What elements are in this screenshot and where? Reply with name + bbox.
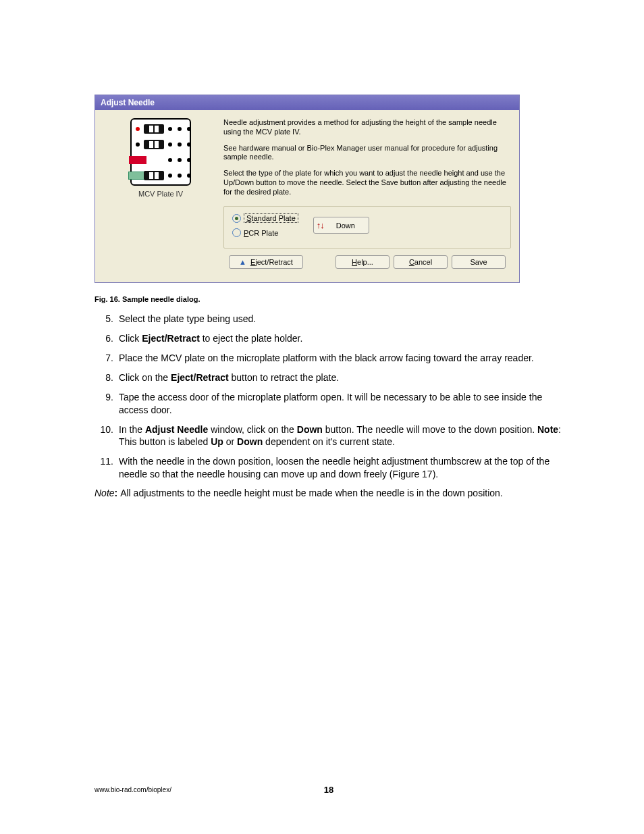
- radio-selected-icon: [232, 214, 241, 223]
- cancel-button[interactable]: Cancel: [394, 255, 448, 269]
- figure-caption: Fig. 16. Sample needle dialog.: [95, 295, 563, 303]
- dialog-text-3: Select the type of the plate for which y…: [223, 169, 511, 197]
- save-button[interactable]: Save: [452, 255, 506, 269]
- step-5: 5. Select the plate type being used.: [95, 313, 563, 325]
- radio-standard-plate[interactable]: Standard Plate: [232, 213, 298, 223]
- step-8: 8. Click on the Eject/Retract button to …: [95, 371, 563, 384]
- eject-retract-button[interactable]: ▲ Eject/Retract: [229, 255, 303, 269]
- down-button[interactable]: ↑↓ Down: [313, 217, 369, 234]
- help-button[interactable]: Help...: [336, 255, 390, 269]
- down-button-label: Down: [336, 221, 355, 230]
- dialog-titlebar[interactable]: Adjust Needle: [95, 95, 519, 110]
- mcv-plate-diagram: [130, 118, 191, 186]
- plate-caption: MCV Plate IV: [103, 190, 218, 198]
- step-9: 9. Tape the access door of the microplat…: [95, 391, 563, 417]
- adjust-needle-dialog: Adjust Needle MCV Plate IV: [95, 95, 520, 283]
- step-7: 7. Place the MCV plate on the microplate…: [95, 352, 563, 365]
- page-number: 18: [324, 785, 333, 795]
- eject-icon: ▲: [239, 258, 246, 266]
- note-paragraph: Note: All adjustments to the needle heig…: [95, 488, 563, 498]
- footer-url: www.bio-rad.com/bioplex/: [95, 786, 171, 793]
- step-10: 10. In the Adjust Needle window, click o…: [95, 423, 563, 449]
- dialog-text-1: Needle adjustment provides a method for …: [223, 118, 511, 137]
- step-6: 6. Click Eject/Retract to eject the plat…: [95, 332, 563, 345]
- radio-pcr-plate[interactable]: PCR Plate: [232, 228, 298, 237]
- up-down-arrows-icon: ↑↓: [317, 220, 324, 230]
- dialog-text-2: See hardware manual or Bio-Plex Manager …: [223, 144, 511, 163]
- step-11: 11. With the needle in the down position…: [95, 455, 563, 481]
- radio-unselected-icon: [232, 228, 241, 237]
- plate-type-group: Standard Plate PCR Plate ↑↓ Down: [223, 206, 511, 249]
